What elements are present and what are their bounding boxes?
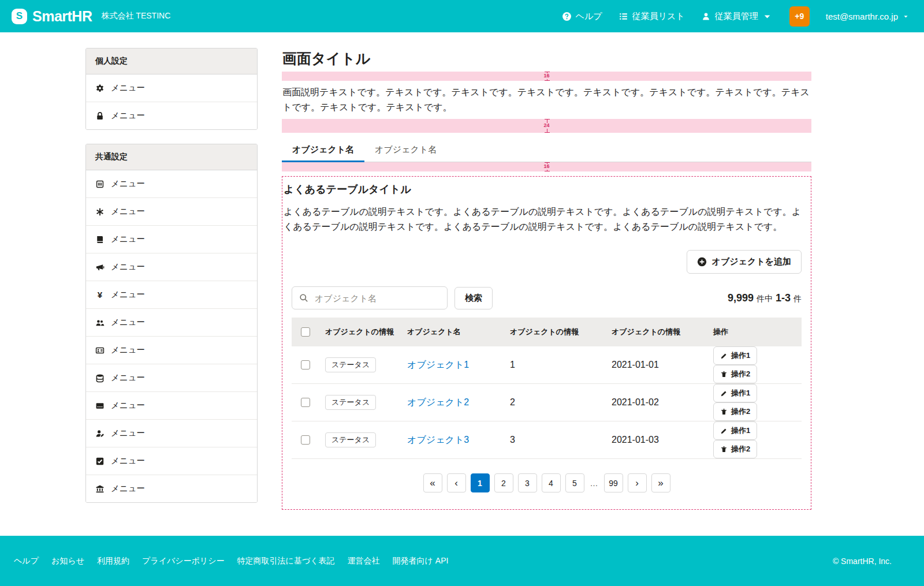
sidebar-item-lock[interactable]: メニュー [86,102,257,129]
object-date-cell: 2021-01-01 [606,360,707,370]
sidebar-item-bank[interactable]: メニュー [86,475,257,502]
column-header: オブジェクト名 [401,327,504,337]
help-link-label: ヘルプ [576,11,602,22]
action1-button[interactable]: 操作1 [713,346,757,365]
sidebar-item-label: メニュー [111,234,145,245]
sidebar-item-database[interactable]: メニュー [86,364,257,392]
sidebar-item-label: メニュー [111,110,145,121]
count-of-label: 件中 [757,294,773,304]
row-checkbox[interactable] [301,360,310,369]
brand-home-link[interactable]: S SmartHR [12,8,92,25]
building-icon [95,180,105,189]
tab-object-1[interactable]: オブジェクト名 [282,137,364,162]
sidebar-item-label: メニュー [111,400,145,411]
action1-button[interactable]: 操作1 [713,421,757,440]
sidebar-item-building[interactable]: メニュー [86,170,257,198]
sidebar-item-megaphone[interactable]: メニュー [86,253,257,281]
pencil-icon [720,390,728,397]
header-nav: ヘルプ 従業員リスト 従業員管理 +9 test@smarthr.co.jp [562,6,909,27]
yen-icon: ¥ [95,290,105,300]
sidebar-item-book[interactable]: メニュー [86,226,257,253]
first-page-button[interactable]: « [423,473,442,492]
pagination: « ‹ 12345…99 › » [282,473,811,492]
employee-admin-menu[interactable]: 従業員管理 [701,11,772,22]
pagination-ellipsis: … [589,473,599,492]
next-page-button[interactable]: › [628,473,647,492]
footer-link[interactable]: 利用規約 [97,556,129,566]
footer-link[interactable]: 特定商取引法に基づく表記 [237,556,335,566]
footer-link[interactable]: 開発者向け API [393,556,449,566]
search-row: 検索 9,999 件中 1-3 件 [292,286,802,309]
spacing-annotation-16: 16 [282,72,811,81]
action1-button[interactable]: 操作1 [713,384,757,402]
sidebar-item-checksquare[interactable]: メニュー [86,447,257,475]
page-body: 個人設定メニューメニュー共通設定メニューメニューメニューメニュー¥メニューメニュ… [0,32,924,536]
search-button[interactable]: 検索 [454,287,493,309]
sidebar-item-card[interactable]: メニュー [86,392,257,420]
object-name-cell: オブジェクト3 [401,434,504,446]
sidebar-item-useredit[interactable]: メニュー [86,420,257,447]
actions-cell: 操作1操作2 [707,346,802,383]
sidebar-item-idcard[interactable]: メニュー [86,337,257,364]
column-header: オブジェクトの情報 [319,327,401,337]
action2-button[interactable]: 操作2 [713,365,757,383]
page-button-4[interactable]: 4 [542,473,561,492]
result-count: 9,999 件中 1-3 件 [728,292,802,304]
search-icon [299,293,308,303]
sidebar-section-title: 共通設定 [86,144,257,170]
last-page-button[interactable]: » [651,473,670,492]
main-content: 画面タイトル 16 画面説明テキストです。テキストです。テキストです。テキストで… [282,48,811,536]
action1-label: 操作1 [731,388,750,398]
sidebar-item-label: メニュー [111,206,145,217]
page-button-1[interactable]: 1 [471,473,490,492]
search-input[interactable] [314,293,440,304]
footer-link[interactable]: ヘルプ [14,556,39,566]
status-badge: ステータス [325,432,376,447]
spacing-label: 24 [542,123,550,129]
footer-link[interactable]: プライバシーポリシー [142,556,225,566]
sidebar-item-yen[interactable]: ¥メニュー [86,281,257,309]
tab-object-2[interactable]: オブジェクト名 [364,137,447,162]
page-button-3[interactable]: 3 [518,473,537,492]
card-icon [95,401,105,410]
spacing-label: 16 [542,73,550,79]
pencil-icon [720,352,728,360]
sidebar-item-label: メニュー [111,428,145,439]
table-row: ステータスオブジェクト112021-01-01操作1操作2 [292,346,802,384]
page-button-99[interactable]: 99 [604,473,623,492]
notification-badge[interactable]: +9 [789,6,810,27]
trash-icon [720,371,728,378]
status-cell: ステータス [319,357,401,372]
help-link[interactable]: ヘルプ [562,11,602,22]
employee-list-link[interactable]: 従業員リスト [619,11,685,22]
object-link[interactable]: オブジェクト3 [407,435,469,445]
page-button-5[interactable]: 5 [565,473,584,492]
sidebar-item-gear[interactable]: メニュー [86,74,257,102]
row-checkbox[interactable] [301,398,310,407]
sidebar-item-asterisk[interactable]: メニュー [86,198,257,226]
row-checkbox-cell [292,398,319,407]
company-name: 株式会社 TESTINC [101,11,170,21]
prev-page-button[interactable]: ‹ [447,473,466,492]
footer-link[interactable]: 運営会社 [348,556,380,566]
add-object-button[interactable]: オブジェクトを追加 [687,250,802,274]
page-button-2[interactable]: 2 [494,473,513,492]
action2-button[interactable]: 操作2 [713,440,757,458]
object-link[interactable]: オブジェクト2 [407,397,469,407]
employee-admin-label: 従業員管理 [715,11,758,22]
sidebar-item-users[interactable]: メニュー [86,309,257,337]
pencil-icon [720,427,728,435]
object-link[interactable]: オブジェクト1 [407,360,469,369]
column-header: 操作 [707,327,802,337]
sidebar: 個人設定メニューメニュー共通設定メニューメニューメニューメニュー¥メニューメニュ… [85,48,258,536]
add-object-row: オブジェクトを追加 [292,250,802,274]
select-all-checkbox[interactable] [301,327,310,337]
sidebar-section-title: 個人設定 [86,48,257,74]
chevron-down-icon [903,13,909,20]
list-icon [619,12,628,21]
footer-link[interactable]: お知らせ [51,556,84,566]
action2-button[interactable]: 操作2 [713,402,757,421]
account-menu[interactable]: test@smarthr.co.jp [826,12,909,21]
row-checkbox[interactable] [301,435,310,445]
person-icon [701,12,711,21]
